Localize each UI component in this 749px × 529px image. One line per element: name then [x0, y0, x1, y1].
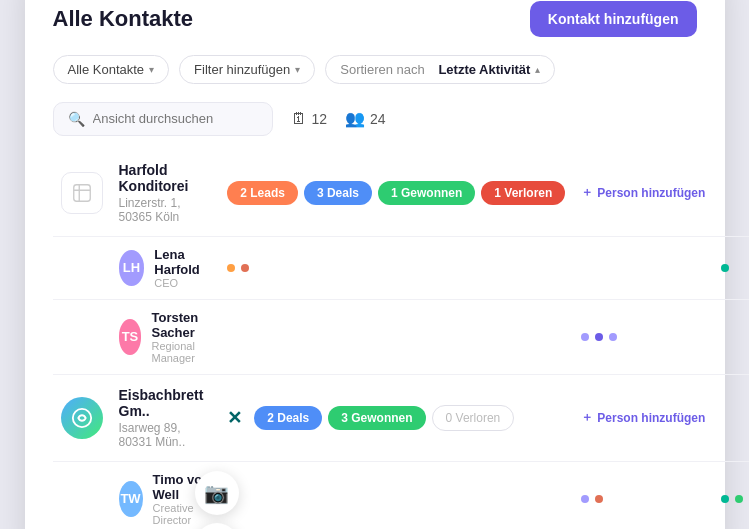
plus-icon: ＋ — [581, 184, 593, 201]
table-row: Eisbachbrett Gm.. Isarweg 89, 80331 Mün.… — [53, 374, 750, 461]
add-contact-button[interactable]: Kontakt hinzufügen — [530, 1, 697, 37]
calendar-icon: 🗓 — [291, 110, 307, 128]
company-avatar — [61, 172, 103, 214]
deals-badge: 3 Deals — [304, 181, 372, 205]
activity-dots — [227, 264, 565, 272]
activity-dots-2 — [581, 333, 705, 341]
table-row: Harfold Konditorei Linzerstr. 1, 50365 K… — [53, 150, 750, 237]
company-badges: 2 Leads 3 Deals 1 Gewonnen 1 Verloren — [227, 181, 565, 205]
dot — [721, 495, 729, 503]
company-address: Isarweg 89, 80331 Mün.. — [119, 421, 212, 449]
search-input[interactable] — [93, 111, 258, 126]
main-card: Alle Kontakte Kontakt hinzufügen Alle Ko… — [25, 0, 725, 529]
leads-badge: 2 Leads — [227, 181, 298, 205]
table-row: TS Torsten Sacher Regional Manager — [53, 299, 750, 374]
plus-icon: ＋ — [581, 409, 593, 426]
lost-badge: 1 Verloren — [481, 181, 565, 205]
sort-button[interactable]: Sortieren nach Letzte Aktivität ▴ — [325, 55, 555, 84]
person-role: Regional Manager — [151, 340, 211, 364]
add-filter-button[interactable]: Filter hinzufügen ▾ — [179, 55, 315, 84]
won-badge: 1 Gewonnen — [378, 181, 475, 205]
svg-rect-0 — [73, 184, 90, 201]
add-person-button[interactable]: ＋ Person hinzufügen — [581, 409, 705, 426]
instagram-bubble[interactable]: 📷 — [195, 471, 239, 515]
avatar: LH — [119, 250, 145, 286]
person-name: Lena Harfold — [154, 247, 211, 277]
person-name: Torsten Sacher — [151, 310, 211, 340]
all-contacts-filter[interactable]: Alle Kontakte ▾ — [53, 55, 170, 84]
chevron-up-icon: ▴ — [535, 64, 540, 75]
toolbar-row: 🔍 🗓 12 👥 24 — [53, 102, 697, 136]
dot — [227, 264, 235, 272]
contacts-table: Harfold Konditorei Linzerstr. 1, 50365 K… — [53, 150, 750, 530]
dot — [581, 333, 589, 341]
table-row: TW Timo von Well Creative Director — [53, 461, 750, 529]
search-box[interactable]: 🔍 — [53, 102, 273, 136]
dot — [581, 495, 589, 503]
social-bubbles: 📷 in — [195, 471, 239, 530]
activity-dots-3 — [721, 264, 749, 272]
page-title: Alle Kontakte — [53, 6, 194, 32]
linkedin-bubble[interactable]: in — [195, 523, 239, 530]
dot — [609, 333, 617, 341]
person-role: CEO — [154, 277, 211, 289]
chevron-down-icon: ▾ — [149, 64, 154, 75]
won-badge: 3 Gewonnen — [328, 406, 425, 430]
dot — [241, 264, 249, 272]
search-icon: 🔍 — [68, 111, 85, 127]
deals-badge: 2 Deals — [254, 406, 322, 430]
company-badges: ✕ 2 Deals 3 Gewonnen 0 Verloren — [227, 405, 565, 431]
avatar: TW — [119, 481, 143, 517]
add-person-button[interactable]: ＋ Person hinzufügen — [581, 184, 705, 201]
stat-contacts: 🗓 12 — [291, 110, 328, 128]
people-icon: 👥 — [345, 109, 365, 128]
activity-dots-3 — [721, 495, 749, 503]
stat-people: 👥 24 — [345, 109, 386, 128]
header: Alle Kontakte Kontakt hinzufügen — [53, 1, 697, 37]
dot — [595, 333, 603, 341]
table-row: LH Lena Harfold CEO — [53, 236, 750, 299]
activity-dots-2 — [581, 495, 705, 503]
avatar: TS — [119, 319, 142, 355]
company-name: Eisbachbrett Gm.. — [119, 387, 212, 419]
company-avatar — [61, 397, 103, 439]
filters-row: Alle Kontakte ▾ Filter hinzufügen ▾ Sort… — [53, 55, 697, 84]
dot — [595, 495, 603, 503]
chevron-down-icon: ▾ — [295, 64, 300, 75]
lost-badge: 0 Verloren — [432, 405, 515, 431]
xing-icon: ✕ — [227, 407, 242, 429]
company-name: Harfold Konditorei — [119, 162, 212, 194]
dot — [721, 264, 729, 272]
company-address: Linzerstr. 1, 50365 Köln — [119, 196, 212, 224]
dot — [735, 495, 743, 503]
